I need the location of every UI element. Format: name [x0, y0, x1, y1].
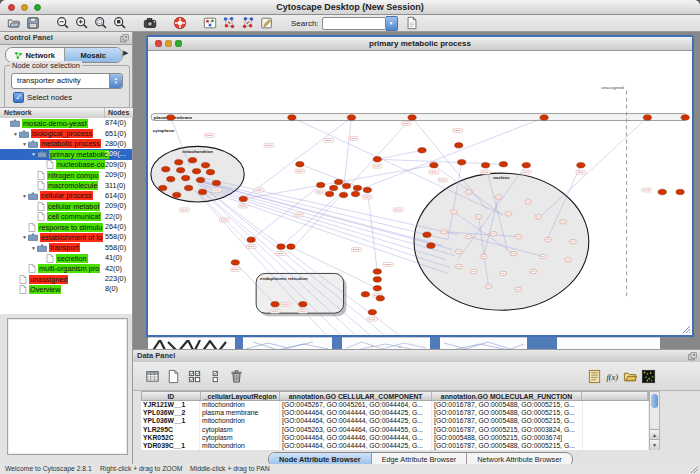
gene-node[interactable] — [373, 286, 381, 292]
network-canvas[interactable]: plasma membrane cytoplasm mitochondrion … — [148, 51, 692, 336]
expand-arrow-icon[interactable]: ▼ — [30, 151, 37, 157]
gene-node[interactable] — [175, 159, 183, 165]
tree-row-overview[interactable]: Overview8(0) — [0, 284, 132, 294]
gene-node[interactable] — [353, 185, 361, 191]
gene-node[interactable] — [167, 176, 175, 182]
select-nodes-checkbox[interactable]: ✓ — [13, 92, 24, 103]
gene-node[interactable] — [177, 167, 185, 173]
gene-node[interactable] — [427, 243, 435, 249]
gene-node[interactable] — [192, 168, 200, 174]
gene-node[interactable] — [334, 179, 342, 185]
help-icon[interactable] — [172, 15, 188, 31]
column-header[interactable] — [582, 392, 648, 400]
tree-row-establishment-of-lo[interactable]: ▼establishment of lo558(0) — [0, 232, 132, 242]
zoom-fit-icon[interactable] — [112, 15, 128, 31]
attribute-list-icon[interactable] — [585, 367, 603, 385]
filter-edges-icon[interactable] — [240, 15, 256, 31]
net-minimize-button[interactable] — [165, 40, 172, 47]
gene-node[interactable] — [212, 180, 220, 186]
gene-node[interactable] — [277, 244, 285, 250]
column-header[interactable]: _cellularLayoutRegion — [201, 392, 281, 400]
snapshot-icon[interactable] — [142, 15, 158, 31]
tab-mosaic[interactable]: Mosaic — [65, 48, 123, 62]
tree-row-primary-metabolic[interactable]: ▼primary metabolic209(... — [0, 149, 132, 159]
gene-node[interactable] — [351, 191, 359, 197]
gene-node[interactable] — [247, 237, 255, 243]
gene-node[interactable] — [287, 244, 295, 250]
minimize-button[interactable] — [21, 4, 28, 11]
gene-node[interactable] — [317, 182, 325, 188]
gene-node[interactable] — [181, 175, 189, 181]
gene-node[interactable] — [658, 189, 666, 195]
tree-row-response-to-stimulu[interactable]: response to stimulu264(0) — [0, 222, 132, 232]
zoom-region-icon[interactable] — [93, 15, 109, 31]
scroll-down-button[interactable]: ▼ — [650, 439, 659, 450]
expand-arrow-icon[interactable]: ▼ — [21, 234, 28, 240]
attribute-table-icon[interactable] — [143, 367, 161, 385]
float-panel-icon[interactable] — [120, 34, 129, 43]
expand-arrow-icon[interactable]: ▼ — [30, 245, 37, 251]
gene-node[interactable] — [373, 277, 381, 283]
search-input[interactable] — [322, 17, 386, 30]
delete-attribute-icon[interactable] — [227, 367, 245, 385]
gene-node[interactable] — [288, 115, 296, 121]
table-row[interactable]: YPL036W__1mitochondrion[GO:0044464, GO:0… — [141, 417, 649, 425]
gene-node[interactable] — [418, 148, 426, 154]
window-resize-grip[interactable] — [682, 325, 691, 334]
gene-node[interactable] — [363, 187, 371, 193]
birds-eye-view[interactable] — [7, 318, 128, 455]
gene-node[interactable] — [342, 183, 350, 189]
gene-node[interactable] — [296, 161, 304, 167]
gene-node[interactable] — [173, 192, 181, 198]
tree-row-secretion[interactable]: secretion41(0) — [0, 253, 132, 263]
gene-node[interactable] — [373, 269, 381, 275]
filter-nodes-icon[interactable] — [221, 15, 237, 31]
gene-node[interactable] — [408, 115, 416, 121]
unselect-attributes-icon[interactable] — [206, 367, 224, 385]
node-color-dropdown[interactable]: transporter activity ▲▼ — [11, 73, 123, 89]
gene-node[interactable] — [206, 169, 214, 175]
expand-arrow-icon[interactable]: ▼ — [21, 193, 28, 199]
new-document-icon[interactable] — [404, 15, 420, 31]
gene-node[interactable] — [481, 162, 489, 168]
tab-network[interactable]: Network — [6, 48, 65, 62]
table-row[interactable]: YJR121W__1mitochondrion[GO:0045267, GO:0… — [141, 401, 649, 409]
expand-arrow-icon[interactable]: ▼ — [12, 131, 19, 137]
gene-node[interactable] — [347, 115, 355, 121]
gene-node[interactable] — [339, 192, 347, 198]
gene-node[interactable] — [522, 162, 530, 168]
gene-node[interactable] — [239, 196, 247, 202]
matrix-icon[interactable] — [639, 367, 657, 385]
gene-node[interactable] — [299, 301, 307, 307]
gene-node[interactable] — [376, 295, 384, 301]
column-header[interactable]: annotation.GO CELLULAR_COMPONENT — [280, 392, 431, 400]
gene-node[interactable] — [455, 143, 463, 149]
gene-node[interactable] — [329, 185, 337, 191]
network-window-titlebar[interactable]: primary metabolic process — [148, 37, 692, 51]
net-close-button[interactable] — [155, 40, 162, 47]
gene-node[interactable] — [361, 292, 369, 298]
table-row[interactable]: YPL036W__2plasma membrane[GO:0044464, GO… — [141, 409, 649, 417]
table-row[interactable]: YLR295Ccytoplasm[GO:0045263, GO:0044464,… — [141, 426, 649, 434]
gene-node[interactable] — [458, 159, 466, 165]
gene-node[interactable] — [231, 260, 239, 266]
new-attribute-icon[interactable] — [164, 367, 182, 385]
column-header[interactable]: annotation.GO MOLECULAR_FUNCTION — [432, 392, 582, 400]
import-attributes-icon[interactable] — [621, 367, 639, 385]
gene-node[interactable] — [159, 185, 167, 191]
gene-node[interactable] — [643, 115, 651, 121]
tree-row-multi-organism-pro[interactable]: multi-organism pro42(0) — [0, 263, 132, 273]
annotation-icon[interactable] — [259, 15, 275, 31]
gene-node[interactable] — [681, 115, 689, 121]
table-scrollbar[interactable]: ▲ ▼ — [649, 391, 660, 450]
gene-node[interactable] — [167, 115, 175, 121]
expand-arrow-icon[interactable]: ▼ — [21, 141, 28, 147]
zoom-out-icon[interactable] — [55, 15, 71, 31]
tree-row-macromolecule[interactable]: macromolecule311(0) — [0, 180, 132, 190]
gene-node[interactable] — [201, 162, 209, 168]
scrollbar-thumb[interactable] — [651, 394, 658, 408]
gene-node[interactable] — [198, 189, 206, 195]
column-header[interactable]: ID — [142, 392, 201, 400]
gene-node[interactable] — [676, 189, 684, 195]
gene-node[interactable] — [188, 157, 196, 163]
